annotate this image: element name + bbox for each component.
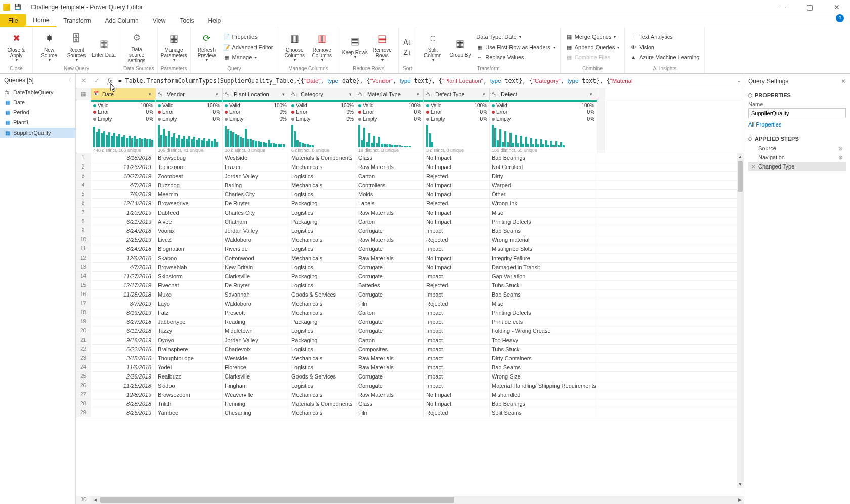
table-row[interactable]: 206/11/2018TazzyMiddletownLogisticsCorru… xyxy=(76,326,744,335)
type-icon[interactable]: AC xyxy=(426,91,433,98)
merge-queries-button[interactable]: ▦Merge Queries▾ xyxy=(564,32,622,42)
filter-icon[interactable]: ▾ xyxy=(213,92,220,97)
formula-text[interactable]: = Table.TransformColumnTypes(SupplierQua… xyxy=(118,77,733,85)
table-row[interactable]: 188/19/2019FatzPrescottMechanicalsCarton… xyxy=(76,308,744,317)
properties-section[interactable]: PROPERTIES xyxy=(748,92,846,98)
scroll-up-icon[interactable]: ▲ xyxy=(737,153,744,160)
manage-parameters-button[interactable]: ▦Manage Parameters▾ xyxy=(161,30,187,64)
tab-file[interactable]: File xyxy=(0,14,26,27)
column-header-vendor[interactable]: ACVendor▾ xyxy=(156,88,223,100)
table-row[interactable]: 1212/6/2018SkabooCottonwoodMechanicalsRa… xyxy=(76,254,744,263)
help-icon[interactable]: ? xyxy=(836,14,844,22)
table-row[interactable]: 134/7/2018BrowseblabNew BritainLogistics… xyxy=(76,263,744,272)
all-properties-link[interactable]: All Properties xyxy=(748,121,846,128)
table-row[interactable]: 118/24/2018BlognationRiversideLogisticsC… xyxy=(76,244,744,254)
scroll-left-icon[interactable]: ◀ xyxy=(91,496,99,504)
query-item-date[interactable]: ▦Date xyxy=(0,97,75,107)
table-row[interactable]: 102/25/2019LiveZWaldoboroMechanicalsRaw … xyxy=(76,235,744,244)
choose-columns-button[interactable]: ▥Choose Columns▾ xyxy=(281,30,308,64)
type-icon[interactable]: AC xyxy=(158,91,165,98)
column-header-date[interactable]: 📅Date▾ xyxy=(91,88,156,100)
table-row[interactable]: 2411/6/2018YodelFlorenceLogisticsRaw Mat… xyxy=(76,363,744,372)
type-icon[interactable]: AC xyxy=(225,91,232,98)
queries-header[interactable]: Queries [5] 〈 xyxy=(0,74,75,87)
commit-formula-button[interactable]: ✓ xyxy=(92,76,101,86)
type-icon[interactable]: AC xyxy=(492,91,499,98)
tab-add-column[interactable]: Add Column xyxy=(98,14,146,27)
filter-icon[interactable]: ▾ xyxy=(280,92,287,97)
table-row[interactable]: 1411/27/2018SkipstormClarksvillePackagin… xyxy=(76,272,744,281)
table-row[interactable]: 57/6/2019MeemmCharles CityLogisticsMolds… xyxy=(76,190,744,199)
collapse-icon[interactable]: 〈 xyxy=(66,77,71,84)
maximize-button[interactable]: ▢ xyxy=(799,3,820,11)
expand-formula-icon[interactable]: ⌄ xyxy=(737,78,741,83)
scroll-down-icon[interactable]: ▼ xyxy=(737,481,744,488)
recent-sources-button[interactable]: 🗄Recent Sources▾ xyxy=(63,30,90,64)
filter-icon[interactable]: ▾ xyxy=(347,92,354,97)
close-apply-button[interactable]: ✖Close & Apply▾ xyxy=(3,30,29,64)
type-icon[interactable]: AC xyxy=(291,91,299,98)
table-row[interactable]: 211/26/2019TopiczoomFrazerMechanicalsRaw… xyxy=(76,162,744,172)
table-row[interactable]: 298/25/2019YambeeChesaningMechanicalsFil… xyxy=(76,408,744,417)
table-row[interactable]: 1611/28/2018MuxoSavannahGoods & Services… xyxy=(76,290,744,299)
remove-rows-button[interactable]: ▤Remove Rows▾ xyxy=(369,30,395,64)
table-row[interactable]: 1512/17/2019FivechatDe RuyterLogisticsBa… xyxy=(76,281,744,290)
close-settings-button[interactable]: ✕ xyxy=(841,78,846,85)
tab-help[interactable]: Help xyxy=(201,14,228,27)
properties-button[interactable]: 📄Properties xyxy=(221,32,275,42)
tab-tools[interactable]: Tools xyxy=(173,14,201,27)
delete-step-icon[interactable]: ✕ xyxy=(751,164,757,170)
table-row[interactable]: 44/7/2019BuzzdogBarlingMechanicalsContro… xyxy=(76,181,744,190)
hscroll-thumb[interactable] xyxy=(100,497,454,503)
advanced-editor-button[interactable]: 📝Advanced Editor xyxy=(221,42,275,52)
vision-button[interactable]: 👁Vision xyxy=(628,42,701,52)
type-icon[interactable]: AC xyxy=(358,91,365,98)
filter-icon[interactable]: ▾ xyxy=(480,92,487,97)
vertical-scrollbar[interactable]: ▲ ▼ xyxy=(737,153,744,488)
new-source-button[interactable]: ✸New Source▾ xyxy=(36,30,62,64)
query-item-datetablequery[interactable]: fxDateTableQuery xyxy=(0,87,75,97)
manage-button[interactable]: ▦Manage▾ xyxy=(221,52,275,62)
gear-icon[interactable]: ⚙ xyxy=(838,146,843,151)
query-item-plant1[interactable]: ▦Plant1 xyxy=(0,117,75,128)
table-row[interactable]: 288/28/2018TrilithHenningMaterials & Com… xyxy=(76,399,744,408)
horizontal-scrollbar[interactable]: 30 ◀ ▶ xyxy=(76,496,744,504)
table-row[interactable]: 178/7/2019LayoWaldoboroMechanicalsFilmRe… xyxy=(76,299,744,308)
table-row[interactable]: 2611/25/2018SkidooHinghamLogisticsCorrug… xyxy=(76,381,744,390)
table-row[interactable]: 86/21/2019AiveeChathamPackagingCartonNo … xyxy=(76,217,744,226)
query-item-supplierquality[interactable]: ▦SupplierQuality xyxy=(0,128,75,138)
scroll-thumb[interactable] xyxy=(738,161,743,192)
filter-icon[interactable]: ▾ xyxy=(146,92,153,97)
group-by-button[interactable]: ▦Group By xyxy=(447,30,473,64)
fx-icon[interactable]: fx xyxy=(105,76,114,86)
data-source-settings-button[interactable]: ⚙Data source settings xyxy=(123,30,150,64)
table-row[interactable]: 98/24/2018VoonixJordan ValleyLogisticsCo… xyxy=(76,226,744,235)
cancel-formula-button[interactable]: ✕ xyxy=(79,76,88,86)
table-row[interactable]: 252/26/2019RealbuzzClarksvilleGoods & Se… xyxy=(76,372,744,381)
table-row[interactable]: 193/27/2018JabbertypeReadingPackagingCor… xyxy=(76,317,744,326)
azure-ml-button[interactable]: ▲Azure Machine Learning xyxy=(628,52,701,62)
table-row[interactable]: 219/16/2019OyoyoJordan ValleyPackagingCa… xyxy=(76,335,744,345)
filter-icon[interactable]: ▾ xyxy=(414,92,421,97)
append-queries-button[interactable]: ▦Append Queries▾ xyxy=(564,42,622,52)
data-type-button[interactable]: Data Type: Date▾ xyxy=(474,32,557,42)
filter-icon[interactable]: ▾ xyxy=(587,92,594,97)
sort-desc-button[interactable]: Z↓ xyxy=(402,47,413,57)
table-row[interactable]: 233/15/2018ThoughtbridgeWestsideMechanic… xyxy=(76,354,744,363)
tab-transform[interactable]: Transform xyxy=(56,14,98,27)
applied-steps-section[interactable]: APPLIED STEPS xyxy=(748,136,846,142)
step-source[interactable]: Source⚙ xyxy=(748,144,846,153)
scroll-right-icon[interactable]: ▶ xyxy=(736,496,744,504)
table-row[interactable]: 2712/8/2019BrowsezoomWeavervilleMechanic… xyxy=(76,390,744,399)
save-icon[interactable]: 💾 xyxy=(14,4,21,11)
table-row[interactable]: 612/14/2019BrowsedriveDe RuyterPackaging… xyxy=(76,199,744,208)
replace-values-button[interactable]: ↔Replace Values xyxy=(474,52,557,62)
first-row-headers-button[interactable]: ▦Use First Row as Headers▾ xyxy=(474,42,557,52)
column-header-material-type[interactable]: ACMaterial Type▾ xyxy=(356,88,424,100)
refresh-preview-button[interactable]: ⟳Refresh Preview▾ xyxy=(194,30,220,64)
sort-asc-button[interactable]: A↓ xyxy=(402,37,413,47)
table-row[interactable]: 71/20/2019DabfeedCharles CityLogisticsRa… xyxy=(76,208,744,217)
table-row[interactable]: 13/18/2018BrowsebugWestsideMaterials & C… xyxy=(76,153,744,162)
column-header-defect[interactable]: ACDefect▾ xyxy=(490,88,597,100)
minimize-button[interactable]: — xyxy=(772,3,792,11)
